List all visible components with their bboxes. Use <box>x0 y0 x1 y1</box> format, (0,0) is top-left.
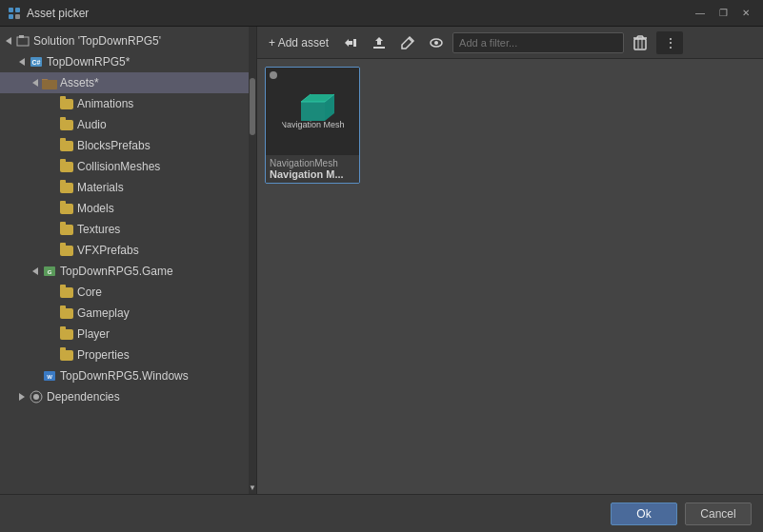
more-button[interactable]: ⋮ <box>656 31 683 54</box>
svg-marker-25 <box>301 102 325 121</box>
game-project-icon: G <box>42 264 57 279</box>
animations-label: Animations <box>77 97 133 110</box>
navmesh-preview-icon: Navigation Mesh <box>282 81 344 143</box>
svg-rect-5 <box>19 35 24 38</box>
assets-label: Assets* <box>60 76 99 89</box>
add-asset-button[interactable]: + Add asset <box>263 31 334 54</box>
player-label: Player <box>77 327 110 341</box>
title-bar-text: Asset picker <box>27 7 89 20</box>
asset-toolbar: + Add asset <box>257 27 763 59</box>
svg-rect-3 <box>15 14 20 19</box>
tree-item-vfxprefabs[interactable]: VFXPrefabs <box>0 240 256 261</box>
audio-label: Audio <box>77 118 107 131</box>
svg-point-13 <box>33 394 39 400</box>
tree-item-core[interactable]: Core <box>0 282 256 303</box>
asset-grid: Navigation Mesh <box>257 59 763 494</box>
bottom-bar: Ok Cancel <box>0 494 763 532</box>
content-area: Solution 'TopDownRPG5' C# TopDownRPG5* <box>0 27 763 494</box>
ok-button[interactable]: Ok <box>611 502 677 525</box>
gameplay-label: Gameplay <box>77 306 130 320</box>
tree-panel: Solution 'TopDownRPG5' C# TopDownRPG5* <box>0 27 257 494</box>
core-label: Core <box>77 286 102 299</box>
collisionmeshes-label: CollisionMeshes <box>77 160 160 173</box>
tree-scrollbar-thumb[interactable] <box>250 78 255 135</box>
asset-label-area-navmesh: NavigationMesh Navigation M... <box>266 155 359 183</box>
textures-label: Textures <box>77 223 120 236</box>
folder-icon-textures <box>59 222 74 237</box>
assets-folder-icon <box>42 75 57 90</box>
folder-icon-models <box>59 201 74 216</box>
tree-item-collisionmeshes[interactable]: CollisionMeshes <box>0 156 256 177</box>
dependencies-label: Dependencies <box>47 390 120 404</box>
import-button[interactable] <box>367 31 392 54</box>
close-button[interactable]: ✕ <box>736 5 755 22</box>
svg-text:W: W <box>47 374 52 380</box>
windows-label: TopDownRPG5.Windows <box>60 369 189 383</box>
folder-icon-blocksprefabs <box>59 138 74 153</box>
game-label: TopDownRPG5.Game <box>60 265 173 278</box>
folder-icon-collisionmeshes <box>59 159 74 174</box>
tree-item-audio[interactable]: Audio <box>0 114 256 135</box>
tree-item-solution[interactable]: Solution 'TopDownRPG5' <box>0 30 256 51</box>
tree-item-properties[interactable]: Properties <box>0 345 256 365</box>
svg-rect-4 <box>17 37 29 46</box>
svg-rect-1 <box>15 8 20 12</box>
title-bar: Asset picker — ❐ ✕ <box>0 0 763 27</box>
solution-label: Solution 'TopDownRPG5' <box>33 34 161 48</box>
tree-item-player[interactable]: Player <box>0 324 256 345</box>
more-icon: ⋮ <box>664 35 676 50</box>
view-button[interactable] <box>424 31 449 54</box>
tree-item-gameplay[interactable]: Gameplay <box>0 303 256 324</box>
svg-rect-15 <box>373 47 385 49</box>
asset-type-label: NavigationMesh <box>270 158 355 168</box>
expand-arrow-solution <box>2 34 15 48</box>
tree-scrollbar[interactable]: ▼ <box>249 27 256 494</box>
svg-text:G: G <box>48 269 52 275</box>
tree-scroll-down[interactable]: ▼ <box>249 481 256 494</box>
tree-item-animations[interactable]: Animations <box>0 93 256 114</box>
import-icon <box>371 35 387 50</box>
asset-card-navmesh[interactable]: Navigation Mesh <box>265 67 360 184</box>
svg-text:Navigation Mesh: Navigation Mesh <box>282 120 344 129</box>
tree-item-windows[interactable]: W TopDownRPG5.Windows <box>0 365 256 386</box>
folder-icon-vfxprefabs <box>59 243 74 258</box>
delete-icon <box>633 35 647 50</box>
asset-panel: + Add asset <box>257 27 763 494</box>
svg-rect-0 <box>9 8 13 12</box>
expand-arrow-dependencies <box>15 390 29 404</box>
vfxprefabs-label: VFXPrefabs <box>77 244 139 257</box>
tree-item-models[interactable]: Models <box>0 198 256 219</box>
edit-icon <box>400 35 415 50</box>
tree-item-textures[interactable]: Textures <box>0 219 256 240</box>
export-button[interactable] <box>338 31 363 54</box>
tree-item-dependencies[interactable]: Dependencies <box>0 386 256 407</box>
folder-icon-gameplay <box>59 305 74 321</box>
svg-rect-2 <box>9 14 13 19</box>
tree-item-project[interactable]: C# TopDownRPG5* <box>0 51 256 72</box>
properties-label: Properties <box>77 348 130 362</box>
folder-icon-player <box>59 326 74 342</box>
tree-panel-wrapper: Solution 'TopDownRPG5' C# TopDownRPG5* <box>0 27 257 494</box>
svg-text:C#: C# <box>32 59 41 66</box>
folder-icon-properties <box>59 347 74 363</box>
svg-rect-19 <box>634 39 646 49</box>
title-bar-left: Asset picker <box>8 7 89 20</box>
restore-button[interactable]: ❐ <box>713 5 733 22</box>
tree-item-materials[interactable]: Materials <box>0 177 256 198</box>
main-container: Solution 'TopDownRPG5' C# TopDownRPG5* <box>0 27 763 532</box>
asset-name-label: Navigation M... <box>270 168 355 180</box>
tree-item-game[interactable]: G TopDownRPG5.Game <box>0 261 256 282</box>
delete-button[interactable] <box>628 31 653 54</box>
expand-arrow-project <box>15 55 29 69</box>
expand-arrow-assets <box>29 76 42 89</box>
tree-item-blocksprefabs[interactable]: BlocksPrefabs <box>0 135 256 156</box>
cancel-button[interactable]: Cancel <box>685 502 752 525</box>
tree-item-assets[interactable]: Assets* <box>0 72 256 93</box>
folder-icon-materials <box>59 180 74 195</box>
edit-button[interactable] <box>395 31 420 54</box>
filter-input[interactable] <box>452 32 624 53</box>
materials-label: Materials <box>77 181 124 194</box>
folder-icon-animations <box>59 96 74 111</box>
minimize-button[interactable]: — <box>691 5 710 22</box>
asset-thumbnail-navmesh: Navigation Mesh <box>266 68 359 155</box>
